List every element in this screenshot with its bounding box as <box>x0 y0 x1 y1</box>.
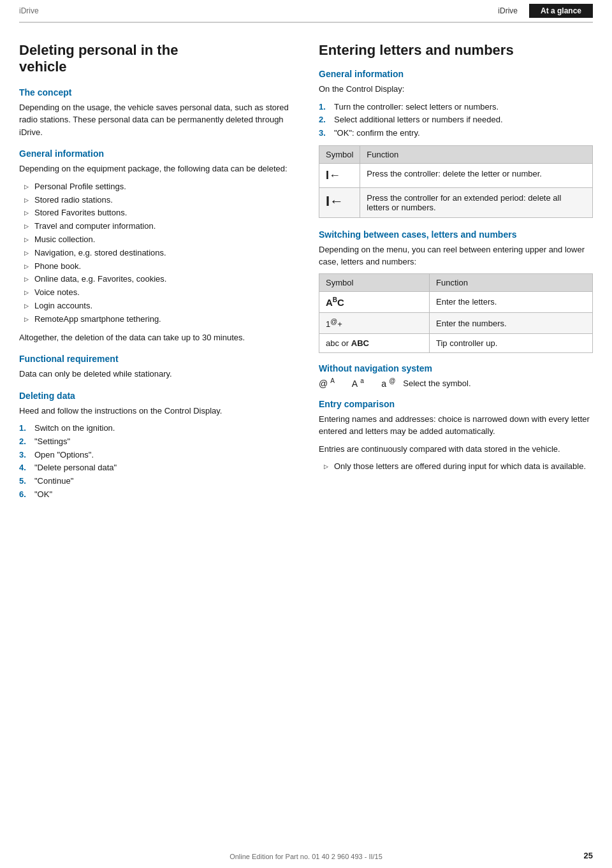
abc-or-ABC-symbol-icon: abc or ABC <box>326 338 369 348</box>
page-header: iDrive iDrive At a glance <box>19 0 593 23</box>
right-main-title: Entering letters and numbers <box>319 42 593 59</box>
footer-text: Online Edition for Part no. 01 40 2 960 … <box>229 853 382 860</box>
table-header-symbol: Symbol <box>319 145 360 163</box>
table-header-function: Function <box>360 145 593 163</box>
list-item: 2.Select additional letters or numbers i… <box>319 113 593 127</box>
entry-comparison-heading: Entry comparison <box>319 399 593 409</box>
section-general-info-heading-left: General information <box>19 148 293 159</box>
table-row: ABC Enter the letters. <box>319 291 593 312</box>
numbers-symbol-icon: 1@+ <box>326 319 342 329</box>
list-item: 1.Turn the controller: select letters or… <box>319 101 593 114</box>
abc-symbol-icon: ABC <box>326 297 344 308</box>
list-item: 5."Continue" <box>19 475 293 488</box>
list-item: 1.Switch on the ignition. <box>19 422 293 435</box>
entry-comparison-bullet-list: Only those letters are offered during in… <box>325 460 593 474</box>
general-info-intro: On the Control Display: <box>319 83 593 96</box>
table-row: 1@+ Enter the numbers. <box>319 312 593 333</box>
deleting-steps-list: 1.Switch on the ignition. 2."Settings" 3… <box>19 422 293 502</box>
switching-cases-heading: Switching between cases, letters and num… <box>319 229 593 240</box>
table-cell-symbol: abc or ABC <box>319 334 430 353</box>
table-cell-function: Tip controller up. <box>430 334 593 353</box>
table-header-symbol2: Symbol <box>319 273 430 291</box>
functional-requirement-body: Data can only be deleted while stationar… <box>19 368 293 380</box>
deletion-bullet-list: Personal Profile settings. Stored radio … <box>26 180 293 326</box>
functional-requirement-heading: Functional requirement <box>19 354 293 364</box>
without-nav-text: Select the symbol. <box>403 379 470 388</box>
list-item: Music collection. <box>26 233 293 247</box>
deletion-footer-text: Altogether, the deletion of the data can… <box>19 331 293 344</box>
list-item: Only those letters are offered during in… <box>325 460 593 474</box>
list-item: 6."OK" <box>19 488 293 502</box>
deleting-data-body: Heed and follow the instructions on the … <box>19 405 293 417</box>
list-item: Travel and computer information. <box>26 220 293 233</box>
table-cell-symbol: I← <box>319 187 360 217</box>
header-brand: iDrive <box>19 6 39 15</box>
general-info-heading-right: General information <box>319 69 593 79</box>
header-tabs: iDrive At a glance <box>486 4 593 18</box>
main-content: Deleting personal in the vehicle The con… <box>0 23 612 545</box>
list-item: RemoteApp smartphone tethering. <box>26 313 293 326</box>
list-item: 3."OK": confirm the entry. <box>319 127 593 140</box>
table-cell-function: Press the controller: delete the letter … <box>360 163 593 187</box>
list-item: 4."Delete personal data" <box>19 461 293 475</box>
list-item: Stored radio stations. <box>26 194 293 207</box>
delete-all-icon: I← <box>326 193 344 209</box>
symbol-function-table-1: Symbol Function I← Press the controller:… <box>319 145 593 218</box>
list-item: Login accounts. <box>26 300 293 313</box>
entering-steps-list: 1.Turn the controller: select letters or… <box>319 101 593 140</box>
table-cell-symbol: ABC <box>319 291 430 312</box>
section-concept-body: Depending on the usage, the vehicle save… <box>19 101 293 139</box>
table-cell-symbol: I← <box>319 163 360 187</box>
list-item: 2."Settings" <box>19 435 293 449</box>
section-general-info-body: Depending on the equipment package, the … <box>19 163 293 175</box>
entry-comparison-body2: Entries are continuously compared with d… <box>319 443 593 456</box>
page-footer: Online Edition for Part no. 01 40 2 960 … <box>0 853 612 860</box>
delete-letter-icon: I← <box>326 169 340 182</box>
table-header-function2: Function <box>430 273 593 291</box>
without-nav-heading: Without navigation system <box>319 363 593 373</box>
list-item: Online data, e.g. Favorites, cookies. <box>26 273 293 286</box>
tab-idrive[interactable]: iDrive <box>486 4 529 18</box>
section-concept-heading: The concept <box>19 87 293 98</box>
list-item: Navigation, e.g. stored destinations. <box>26 247 293 260</box>
entry-comparison-body1: Entering names and addresses: choice is … <box>319 413 593 438</box>
list-item: Stored Favorites buttons. <box>26 206 293 220</box>
table-row: abc or ABC Tip controller up. <box>319 334 593 353</box>
list-item: Voice notes. <box>26 286 293 300</box>
table-cell-symbol: 1@+ <box>319 312 430 333</box>
right-column: Entering letters and numbers General inf… <box>319 42 593 507</box>
without-nav-content: @A Aa a@ Select the symbol. <box>319 377 593 389</box>
switching-cases-body: Depending on the menu, you can reel betw… <box>319 243 593 268</box>
list-item: Phone book. <box>26 260 293 273</box>
symbol-function-table-2: Symbol Function ABC Enter the letters. 1… <box>319 273 593 353</box>
page-number: 25 <box>584 851 593 860</box>
list-item: Personal Profile settings. <box>26 180 293 194</box>
deleting-data-heading: Deleting data <box>19 391 293 401</box>
table-cell-function: Enter the numbers. <box>430 312 593 333</box>
table-row: I← Press the controller: delete the lett… <box>319 163 593 187</box>
table-cell-function: Press the controller for an extended per… <box>360 187 593 217</box>
table-row: I← Press the controller for an extended … <box>319 187 593 217</box>
list-item: 3.Open "Options". <box>19 449 293 462</box>
without-nav-symbols: @A Aa a@ <box>319 377 398 389</box>
page-title: Deleting personal in the vehicle <box>19 42 293 76</box>
tab-at-a-glance[interactable]: At a glance <box>529 4 593 18</box>
left-column: Deleting personal in the vehicle The con… <box>19 42 293 507</box>
table-cell-function: Enter the letters. <box>430 291 593 312</box>
